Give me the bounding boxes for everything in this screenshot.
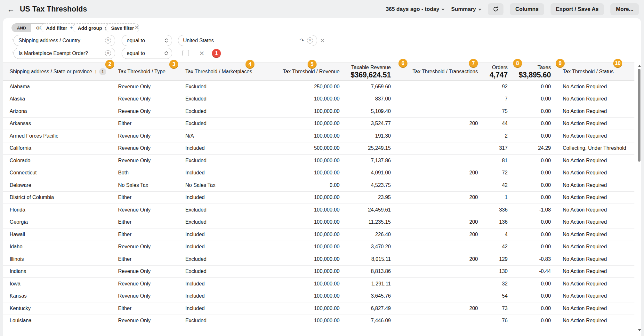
cell-type: Revenue Only [115,315,182,327]
cell-state: Connecticut [3,167,115,179]
page-title: US Tax Thresholds [20,5,87,13]
annotation-badge-5[interactable]: 5 [308,60,317,69]
table-row[interactable]: Louisiana Revenue Only Excluded 100,000.… [3,315,634,327]
cell-taxable-revenue: 23.95 [346,191,398,204]
annotation-badge-7[interactable]: 7 [469,59,478,68]
cell-status: No Action Required [558,290,634,302]
sort-asc-icon[interactable]: ↑ [94,69,97,75]
chevron-down-icon [478,9,481,11]
filter1-operator-select[interactable]: equal to [122,35,172,46]
table-row[interactable]: Delaware No Sales Tax No Sales Tax 0.00 … [3,179,634,192]
cell-type: Either [115,228,182,241]
cell-taxes: 0.00 [514,155,558,167]
cell-taxable-revenue: 226.40 [346,228,398,241]
table-row[interactable]: Alabama Revenue Only Excluded 250,000.00… [3,81,634,93]
annotation-badge-4[interactable]: 4 [246,60,254,69]
scroll-up-arrow-icon[interactable] [638,65,641,67]
clear-field-icon[interactable]: ✕ [105,50,111,56]
filter1-value-input[interactable]: United States ↷ ✕ [178,35,317,46]
cell-transactions [398,81,485,93]
table-row[interactable]: Hawaii Either Included 100,000.00 226.40… [3,228,634,241]
filter2-value-checkbox[interactable] [182,50,189,56]
logic-and-button[interactable]: AND [12,24,31,32]
more-button[interactable]: More... [610,3,639,15]
remove-filter2-icon[interactable]: ✕ [199,50,205,57]
table-row[interactable]: Armed Forces Pacific Revenue Only N/A 10… [3,130,634,142]
cell-revenue: 100,000.00 [262,204,346,216]
cell-taxable-revenue: 7,659.60 [346,81,398,93]
back-icon[interactable]: ← [7,5,15,13]
clear-field-icon[interactable]: ✕ [105,37,111,44]
redo-arrow-icon[interactable]: ↷ [300,37,304,44]
annotation-badge-9[interactable]: 9 [556,59,565,68]
col-header-revenue[interactable]: Tax Threshold / Revenue [262,63,346,81]
date-range-dropdown[interactable]: 365 days ago - today [386,6,445,12]
cell-orders: 75 [485,105,514,118]
cell-status: No Action Required [558,155,634,167]
col-header-taxable-revenue[interactable]: Taxable Revenue $369,624.51 [346,63,398,81]
cell-state: Idaho [3,241,115,253]
cell-orders: 136 [485,216,514,228]
table-row[interactable]: Georgia Either Excluded 100,000.00 11,23… [3,216,634,228]
annotation-badge-6[interactable]: 6 [398,59,407,68]
remove-filter1-icon[interactable]: ✕ [320,37,325,44]
table-row[interactable]: California Revenue Only Included 500,000… [3,142,634,155]
filter2-operator-select[interactable]: equal to [122,48,172,59]
cell-type: Either [115,216,182,228]
cell-orders: 1 [485,191,514,204]
annotation-badge-1[interactable]: 1 [212,49,221,58]
cell-transactions: 200 [398,167,485,179]
cell-status: No Action Required [558,278,634,290]
annotation-badge-10[interactable]: 10 [613,59,622,68]
cell-state: Georgia [3,216,115,228]
cell-transactions [398,204,485,216]
col-header-status[interactable]: Tax Threshold / Status [558,63,634,81]
clear-value-icon[interactable]: ✕ [307,37,313,44]
table-row[interactable]: Alaska Revenue Only Excluded 100,000.00 … [3,93,634,105]
annotation-badge-2[interactable]: 2 [105,60,114,69]
cell-transactions [398,142,485,155]
cell-status: No Action Required [558,216,634,228]
filter2-field-input[interactable]: Is Marketplace Exempt Order? ✕ [13,48,115,59]
topbar-actions: 365 days ago - today Summary Columns Exp… [386,3,639,15]
cell-orders: 44 [485,117,514,130]
table-row[interactable]: Arkansas Either Excluded 100,000.00 3,52… [3,117,634,130]
table-row[interactable]: Iowa Revenue Only Included 100,000.00 1,… [3,278,634,290]
cell-revenue: 250,000.00 [262,81,346,93]
annotation-badge-8[interactable]: 8 [513,59,522,68]
table-row[interactable]: Arizona Revenue Only Excluded 100,000.00… [3,105,634,118]
cell-type: Revenue Only [115,142,182,155]
cell-revenue: 100,000.00 [262,93,346,105]
scrollbar-thumb[interactable] [638,69,640,162]
cell-marketplaces: Excluded [182,204,262,216]
scroll-down-arrow-icon[interactable] [638,329,641,331]
cell-state: District of Columbia [3,191,115,204]
col-header-state[interactable]: Shipping address / State or province ↑ 1 [3,63,115,81]
table-row[interactable]: District of Columbia Either Included 100… [3,191,634,204]
cell-taxable-revenue: 8,813.86 [346,265,398,278]
cell-status: No Action Required [558,302,634,315]
cell-orders: 130 [485,265,514,278]
table-row[interactable]: Illinois Either Excluded 100,000.00 8,01… [3,253,634,266]
refresh-button[interactable] [488,3,503,15]
cell-transactions [398,315,485,327]
cell-state: Kentucky [3,302,115,315]
table-row[interactable]: Kentucky Either Included 100,000.00 6,82… [3,302,634,315]
cell-state: Louisiana [3,315,115,327]
cell-marketplaces: Included [182,167,262,179]
export-save-as-button[interactable]: Export / Save As [551,3,604,15]
columns-button[interactable]: Columns [510,3,544,15]
close-filter-panel-icon[interactable]: ✕ [134,24,140,31]
table-row[interactable]: Idaho Revenue Only Included 100,000.00 3… [3,241,634,253]
annotation-badge-3[interactable]: 3 [169,60,178,69]
table-row[interactable]: Colorado Revenue Only Excluded 100,000.0… [3,155,634,167]
col-header-orders[interactable]: Orders 4,747 [485,63,514,81]
cell-status: No Action Required [558,204,634,216]
table-row[interactable]: Indiana Revenue Only Excluded 100,000.00… [3,265,634,278]
view-mode-dropdown[interactable]: Summary [451,6,481,12]
table-row[interactable]: Connecticut Both Included 100,000.00 4,0… [3,167,634,179]
filter1-field-input[interactable]: Shipping address / Country ✕ [13,35,115,46]
table-row[interactable]: Florida Revenue Only Excluded 100,000.00… [3,204,634,216]
cell-revenue: 100,000.00 [262,216,346,228]
table-row[interactable]: Kansas Revenue Only Included 100,000.00 … [3,290,634,302]
